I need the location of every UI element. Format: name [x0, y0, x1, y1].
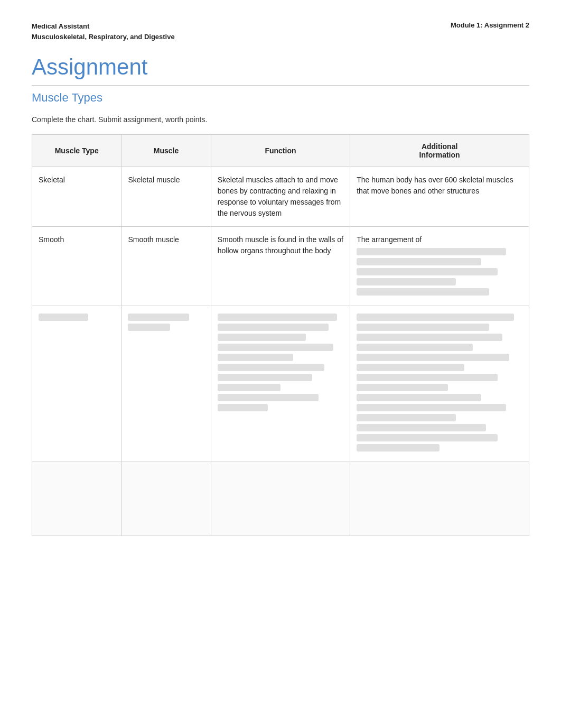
page-title: Assignment — [32, 54, 529, 86]
cell-empty-muscle-type — [32, 462, 121, 536]
header-left: Medical Assistant Musculoskeletal, Respi… — [32, 21, 175, 42]
cell-empty-additional — [350, 462, 529, 536]
cell-muscle-type: Skeletal — [32, 167, 121, 227]
cell-muscle-type: Smooth — [32, 227, 121, 306]
cell-additional: The human body has over 600 skeletal mus… — [350, 167, 529, 227]
table-row — [32, 306, 529, 462]
header-course: Musculoskeletal, Respiratory, and Digest… — [32, 32, 175, 42]
cell-function: Skeletal muscles attach to and move bone… — [211, 167, 350, 227]
cell-muscle: Skeletal muscle — [121, 167, 211, 227]
col-header-muscle-type: Muscle Type — [32, 135, 121, 167]
cell-muscle — [121, 306, 211, 462]
page-header: Medical Assistant Musculoskeletal, Respi… — [32, 21, 529, 42]
table-row: Skeletal Skeletal muscle Skeletal muscle… — [32, 167, 529, 227]
col-header-muscle: Muscle — [121, 135, 211, 167]
cell-function: Smooth muscle is found in the walls of h… — [211, 227, 350, 306]
table-row-empty — [32, 462, 529, 536]
table-header-row: Muscle Type Muscle Function AdditionalIn… — [32, 135, 529, 167]
table-row: Smooth Smooth muscle Smooth muscle is fo… — [32, 227, 529, 306]
cell-muscle-type — [32, 306, 121, 462]
cell-function — [211, 306, 350, 462]
instruction-text: Complete the chart. Submit assignment, w… — [32, 115, 529, 124]
cell-additional: The arrangement of — [350, 227, 529, 306]
cell-additional — [350, 306, 529, 462]
header-institution: Medical Assistant — [32, 21, 175, 32]
cell-empty-muscle — [121, 462, 211, 536]
col-header-additional: AdditionalInformation — [350, 135, 529, 167]
header-module: Module 1: Assignment 2 — [451, 21, 529, 29]
cell-muscle: Smooth muscle — [121, 227, 211, 306]
col-header-function: Function — [211, 135, 350, 167]
section-title: Muscle Types — [32, 91, 529, 105]
cell-empty-function — [211, 462, 350, 536]
muscle-types-table: Muscle Type Muscle Function AdditionalIn… — [32, 134, 529, 536]
